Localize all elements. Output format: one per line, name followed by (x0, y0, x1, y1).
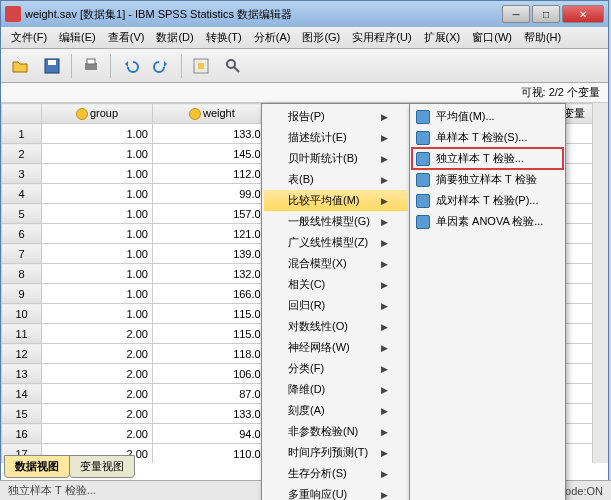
cell[interactable]: 1.00 (42, 184, 153, 204)
row-header[interactable]: 12 (2, 344, 42, 364)
open-icon[interactable] (5, 52, 35, 80)
analyze-item[interactable]: 贝叶斯统计(B)▶ (264, 148, 408, 169)
menu-4[interactable]: 转换(T) (200, 28, 248, 47)
cell[interactable]: 110.00 (152, 444, 271, 464)
cell[interactable]: 2.00 (42, 404, 153, 424)
analyze-item[interactable]: 对数线性(O)▶ (264, 316, 408, 337)
compare-item[interactable]: 摘要独立样本 T 检验 (412, 169, 563, 190)
row-header[interactable]: 15 (2, 404, 42, 424)
menu-1[interactable]: 编辑(E) (53, 28, 102, 47)
menu-3[interactable]: 数据(D) (150, 28, 199, 47)
cell[interactable]: 2.00 (42, 384, 153, 404)
maximize-button[interactable]: □ (532, 5, 560, 23)
compare-item[interactable]: 独立样本 T 检验... (412, 148, 563, 169)
find-icon[interactable] (218, 52, 248, 80)
row-header[interactable]: 10 (2, 304, 42, 324)
tab-data-view[interactable]: 数据视图 (4, 455, 70, 478)
analyze-item[interactable]: 多重响应(U)▶ (264, 484, 408, 500)
menu-9[interactable]: 窗口(W) (466, 28, 518, 47)
row-header[interactable]: 5 (2, 204, 42, 224)
cell[interactable]: 1.00 (42, 264, 153, 284)
cell[interactable]: 1.00 (42, 224, 153, 244)
row-header[interactable]: 13 (2, 364, 42, 384)
cell[interactable]: 139.00 (152, 244, 271, 264)
cell[interactable]: 115.00 (152, 304, 271, 324)
menu-2[interactable]: 查看(V) (102, 28, 151, 47)
cell[interactable]: 1.00 (42, 204, 153, 224)
cell[interactable]: 2.00 (42, 364, 153, 384)
row-header[interactable]: 11 (2, 324, 42, 344)
cell[interactable]: 1.00 (42, 244, 153, 264)
cell[interactable]: 132.00 (152, 264, 271, 284)
row-header[interactable]: 3 (2, 164, 42, 184)
redo-icon[interactable] (147, 52, 177, 80)
minimize-button[interactable]: ─ (502, 5, 530, 23)
analyze-item[interactable]: 比较平均值(M)▶ (264, 190, 408, 211)
col-header[interactable]: weight (152, 104, 271, 124)
cell[interactable]: 1.00 (42, 284, 153, 304)
analyze-item[interactable]: 一般线性模型(G)▶ (264, 211, 408, 232)
compare-item[interactable]: 平均值(M)... (412, 106, 563, 127)
goto-icon[interactable] (186, 52, 216, 80)
cell[interactable]: 1.00 (42, 144, 153, 164)
col-header[interactable]: group (42, 104, 153, 124)
analyze-item[interactable]: 降维(D)▶ (264, 379, 408, 400)
menu-6[interactable]: 图形(G) (296, 28, 346, 47)
close-button[interactable]: ✕ (562, 5, 604, 23)
undo-icon[interactable] (115, 52, 145, 80)
analyze-item[interactable]: 描述统计(E)▶ (264, 127, 408, 148)
compare-item[interactable]: 成对样本 T 检验(P)... (412, 190, 563, 211)
cell[interactable]: 157.00 (152, 204, 271, 224)
analyze-item[interactable]: 报告(P)▶ (264, 106, 408, 127)
cell[interactable]: 94.00 (152, 424, 271, 444)
analyze-item[interactable]: 时间序列预测(T)▶ (264, 442, 408, 463)
cell[interactable]: 121.00 (152, 224, 271, 244)
analyze-item[interactable]: 表(B)▶ (264, 169, 408, 190)
compare-item[interactable]: 单样本 T 检验(S)... (412, 127, 563, 148)
cell[interactable]: 1.00 (42, 164, 153, 184)
row-header[interactable]: 6 (2, 224, 42, 244)
cell[interactable]: 87.00 (152, 384, 271, 404)
tab-variable-view[interactable]: 变量视图 (69, 455, 135, 478)
row-header[interactable]: 14 (2, 384, 42, 404)
row-header[interactable]: 4 (2, 184, 42, 204)
cell[interactable]: 106.00 (152, 364, 271, 384)
analyze-item[interactable]: 生存分析(S)▶ (264, 463, 408, 484)
menu-7[interactable]: 实用程序(U) (346, 28, 417, 47)
cell[interactable]: 2.00 (42, 424, 153, 444)
analyze-item[interactable]: 混合模型(X)▶ (264, 253, 408, 274)
scrollbar-vertical[interactable] (592, 103, 608, 463)
cell[interactable]: 133.00 (152, 404, 271, 424)
cell[interactable]: 118.00 (152, 344, 271, 364)
menu-0[interactable]: 文件(F) (5, 28, 53, 47)
print-icon[interactable] (76, 52, 106, 80)
cell[interactable]: 1.00 (42, 124, 153, 144)
row-header[interactable]: 2 (2, 144, 42, 164)
row-header[interactable]: 8 (2, 264, 42, 284)
analyze-item[interactable]: 广义线性模型(Z)▶ (264, 232, 408, 253)
analyze-item[interactable]: 分类(F)▶ (264, 358, 408, 379)
compare-item[interactable]: 单因素 ANOVA 检验... (412, 211, 563, 232)
row-header[interactable]: 1 (2, 124, 42, 144)
row-header[interactable]: 16 (2, 424, 42, 444)
cell[interactable]: 166.00 (152, 284, 271, 304)
cell[interactable]: 145.00 (152, 144, 271, 164)
row-header[interactable]: 7 (2, 244, 42, 264)
menu-5[interactable]: 分析(A) (248, 28, 297, 47)
cell[interactable]: 115.00 (152, 324, 271, 344)
analyze-item[interactable]: 神经网络(W)▶ (264, 337, 408, 358)
row-header[interactable]: 9 (2, 284, 42, 304)
cell[interactable]: 2.00 (42, 344, 153, 364)
menu-8[interactable]: 扩展(X) (418, 28, 467, 47)
cell[interactable]: 2.00 (42, 324, 153, 344)
cell[interactable]: 1.00 (42, 304, 153, 324)
cell[interactable]: 133.00 (152, 124, 271, 144)
analyze-item[interactable]: 非参数检验(N)▶ (264, 421, 408, 442)
menu-10[interactable]: 帮助(H) (518, 28, 567, 47)
cell[interactable]: 99.00 (152, 184, 271, 204)
analyze-item[interactable]: 回归(R)▶ (264, 295, 408, 316)
analyze-item[interactable]: 刻度(A)▶ (264, 400, 408, 421)
cell[interactable]: 112.00 (152, 164, 271, 184)
save-icon[interactable] (37, 52, 67, 80)
analyze-item[interactable]: 相关(C)▶ (264, 274, 408, 295)
